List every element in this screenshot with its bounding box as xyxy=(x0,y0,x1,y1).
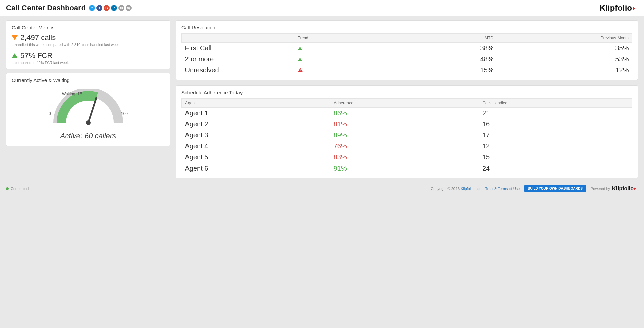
gauge-card: Currently Active & Waiting Waiting: 15 0… xyxy=(6,73,170,146)
agent-name: Agent 1 xyxy=(182,108,330,119)
agent-name: Agent 2 xyxy=(182,119,330,130)
adherence-card-title: Schedule Adherence Today xyxy=(181,90,632,95)
gauge-wrap: Waiting: 15 0 100 Active: 60 callers xyxy=(12,86,165,142)
linkedin-icon[interactable]: in xyxy=(111,5,117,11)
gauge-min-label: 0 xyxy=(49,111,51,116)
trust-link[interactable]: Trust & Terms of Use xyxy=(485,187,520,191)
copyright-link[interactable]: Klipfolio Inc. xyxy=(461,187,480,191)
left-column: Call Center Metrics 2,497 calls ...handl… xyxy=(6,20,170,146)
calls-subtext: ...handled this week, compared with 2,81… xyxy=(12,43,165,47)
agent-name: Agent 4 xyxy=(182,141,330,152)
resolution-trend xyxy=(294,54,362,65)
agent-adherence: 81% xyxy=(330,119,479,130)
metrics-card-title: Call Center Metrics xyxy=(12,25,165,30)
table-row: Agent 389%17 xyxy=(182,130,632,141)
twitter-icon[interactable]: t xyxy=(89,5,95,11)
trend-up-icon xyxy=(298,47,302,50)
header-left: Call Center Dashboard t f G in ✉ ⌘ xyxy=(6,4,132,12)
resolution-table: Trend MTD Previous Month First Call38%35… xyxy=(181,33,632,76)
powered-by: Powered by Klipfolio xyxy=(591,186,638,192)
gauge-card-title: Currently Active & Waiting xyxy=(12,77,165,83)
agent-name: Agent 3 xyxy=(182,130,330,141)
gauge-chart xyxy=(45,89,132,129)
table-row: Agent 691%24 xyxy=(182,163,632,174)
table-row: Agent 281%16 xyxy=(182,119,632,130)
copyright-text: Copyright © 2016 Klipfolio Inc. xyxy=(431,187,480,191)
resolution-card: Call Resolution Trend MTD Previous Month… xyxy=(176,20,638,80)
mail-icon[interactable]: ✉ xyxy=(118,5,124,11)
table-row: Agent 583%15 xyxy=(182,152,632,163)
table-row: First Call38%35% xyxy=(182,43,632,54)
agent-adherence: 83% xyxy=(330,152,479,163)
resolution-col-mtd: MTD xyxy=(362,34,497,43)
resolution-prev: 35% xyxy=(497,43,632,54)
agent-calls: 15 xyxy=(479,152,632,163)
trend-up-icon xyxy=(12,53,18,58)
svg-point-1 xyxy=(86,120,91,125)
connection-status: Connected xyxy=(11,187,29,191)
table-row: Agent 186%21 xyxy=(182,108,632,119)
adherence-card: Schedule Adherence Today Agent Adherence… xyxy=(176,85,638,178)
facebook-icon[interactable]: f xyxy=(96,5,102,11)
gauge-waiting-label: Waiting: 15 xyxy=(62,92,82,96)
page-title: Call Center Dashboard xyxy=(6,4,86,12)
table-row: Agent 476%12 xyxy=(182,141,632,152)
agent-name: Agent 6 xyxy=(182,163,330,174)
social-icons: t f G in ✉ ⌘ xyxy=(89,5,132,11)
trend-down-icon xyxy=(12,35,18,40)
agent-calls: 24 xyxy=(479,163,632,174)
header: Call Center Dashboard t f G in ✉ ⌘ Klipf… xyxy=(0,0,644,16)
link-icon[interactable]: ⌘ xyxy=(126,5,132,11)
agent-adherence: 86% xyxy=(330,108,479,119)
metrics-card: Call Center Metrics 2,497 calls ...handl… xyxy=(6,20,170,69)
trend-up-icon xyxy=(298,58,302,61)
adherence-col-adherence: Adherence xyxy=(330,99,479,108)
agent-adherence: 91% xyxy=(330,163,479,174)
calls-metric: 2,497 calls xyxy=(12,33,165,42)
powered-prefix: Powered by xyxy=(591,187,610,191)
warning-icon xyxy=(298,68,303,72)
content: Call Center Metrics 2,497 calls ...handl… xyxy=(0,16,644,182)
resolution-mtd: 48% xyxy=(362,54,497,65)
resolution-mtd: 38% xyxy=(362,43,497,54)
right-column: Call Resolution Trend MTD Previous Month… xyxy=(176,20,638,178)
resolution-mtd: 15% xyxy=(362,65,497,76)
svg-line-0 xyxy=(88,98,96,123)
fcr-value: 57% FCR xyxy=(20,51,52,60)
adherence-col-agent: Agent xyxy=(182,99,330,108)
agent-calls: 21 xyxy=(479,108,632,119)
resolution-header-row: Trend MTD Previous Month xyxy=(182,34,632,43)
footer-left: Connected xyxy=(6,187,29,191)
footer: Connected Copyright © 2016 Klipfolio Inc… xyxy=(0,182,644,195)
resolution-prev: 12% xyxy=(497,65,632,76)
googleplus-icon[interactable]: G xyxy=(104,5,110,11)
copyright-prefix: Copyright © 2016 xyxy=(431,187,461,191)
resolution-trend xyxy=(294,65,362,76)
agent-calls: 16 xyxy=(479,119,632,130)
table-row: Unresolved15%12% xyxy=(182,65,632,76)
resolution-prev: 53% xyxy=(497,54,632,65)
brand-logo[interactable]: Klipfolio xyxy=(600,3,638,13)
resolution-label: Unresolved xyxy=(182,65,294,76)
adherence-col-calls: Calls Handled xyxy=(479,99,632,108)
adherence-table: Agent Adherence Calls Handled Agent 186%… xyxy=(181,98,632,174)
resolution-col-trend: Trend xyxy=(294,34,362,43)
agent-name: Agent 5 xyxy=(182,152,330,163)
powered-logo[interactable]: Klipfolio xyxy=(612,186,638,192)
gauge-max-label: 100 xyxy=(121,111,128,116)
adherence-header-row: Agent Adherence Calls Handled xyxy=(182,99,632,108)
agent-adherence: 76% xyxy=(330,141,479,152)
calls-value: 2,497 calls xyxy=(20,33,56,42)
resolution-label: 2 or more xyxy=(182,54,294,65)
gauge-caption: Active: 60 callers xyxy=(12,132,165,140)
agent-calls: 17 xyxy=(479,130,632,141)
build-dashboards-button[interactable]: BUILD YOUR OWN DASHBOARDS xyxy=(524,185,586,192)
resolution-card-title: Call Resolution xyxy=(181,25,632,30)
table-row: 2 or more48%53% xyxy=(182,54,632,65)
agent-calls: 12 xyxy=(479,141,632,152)
resolution-trend xyxy=(294,43,362,54)
agent-adherence: 89% xyxy=(330,130,479,141)
status-dot-icon xyxy=(6,187,9,190)
footer-right: Copyright © 2016 Klipfolio Inc. Trust & … xyxy=(431,185,638,192)
fcr-subtext: ...compared to 49% FCR last week xyxy=(12,61,165,65)
